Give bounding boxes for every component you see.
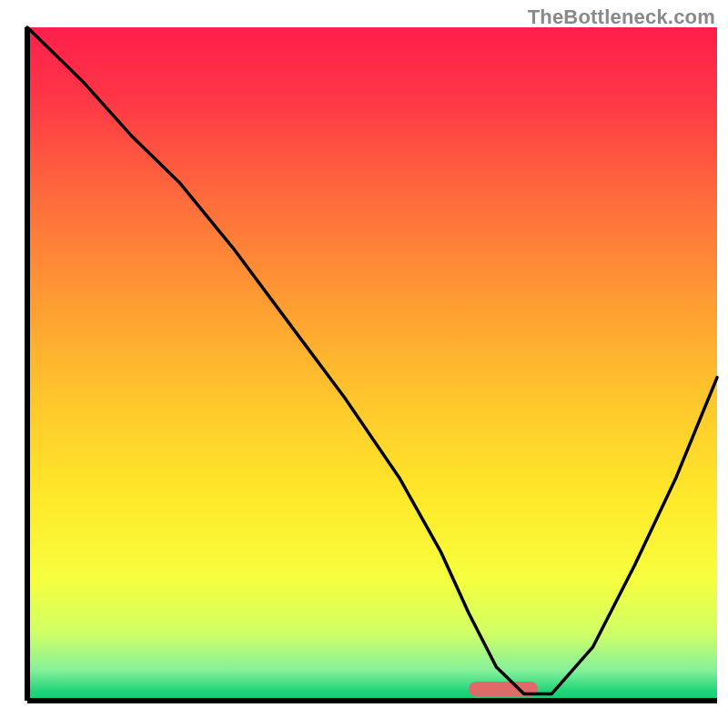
chart-svg bbox=[0, 0, 728, 728]
bottleneck-chart bbox=[0, 0, 728, 728]
gradient-background bbox=[27, 27, 717, 701]
watermark-text: TheBottleneck.com bbox=[528, 5, 715, 29]
